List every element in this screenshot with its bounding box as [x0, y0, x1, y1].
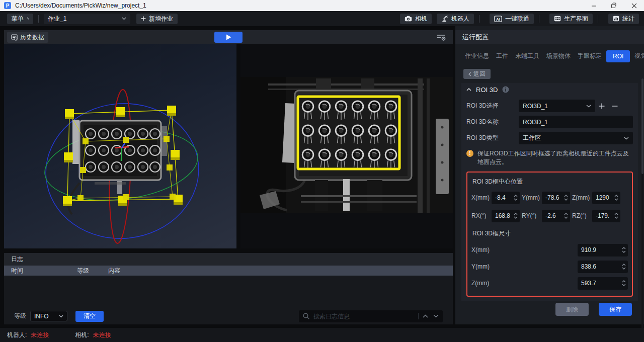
- y-mm-stepper[interactable]: [563, 195, 569, 201]
- size-z-label: Z(mm): [471, 280, 578, 287]
- z-mm-input[interactable]: 1290: [592, 192, 620, 204]
- size-y-value: 838.6: [581, 263, 596, 270]
- log-title: 日志: [4, 253, 453, 266]
- robot-button[interactable]: 机器人: [437, 14, 474, 24]
- run-config-title: 运行配置: [455, 30, 644, 44]
- clear-log-button[interactable]: 清空: [75, 311, 104, 322]
- size-z-input[interactable]: 593.7: [578, 277, 628, 290]
- tab-scene-object[interactable]: 场景物体: [543, 49, 574, 63]
- size-x-input[interactable]: 910.9: [578, 244, 628, 256]
- menu-button[interactable]: 菜单: [7, 14, 33, 24]
- rx-deg-input[interactable]: 168.8: [492, 210, 520, 222]
- panel-actions: 删除 保存: [555, 303, 632, 316]
- tab-workpiece[interactable]: 工件: [493, 49, 512, 63]
- y-mm-input[interactable]: -78.6: [542, 192, 570, 204]
- camera-button[interactable]: 相机: [400, 14, 432, 24]
- play-button[interactable]: [214, 32, 243, 43]
- rx-deg-stepper[interactable]: [513, 213, 519, 219]
- minimize-icon: [591, 3, 597, 9]
- chevron-down-icon: [27, 17, 29, 20]
- camera-2d-viewport[interactable]: [240, 44, 453, 248]
- production-ui-button[interactable]: 生产界面: [549, 14, 593, 24]
- tab-hand-eye-calib[interactable]: 手眼标定: [574, 49, 605, 63]
- spinner-up-icon: [614, 213, 618, 215]
- tab-roi[interactable]: ROI: [606, 50, 630, 62]
- maximize-button[interactable]: [604, 0, 624, 11]
- display-settings-icon[interactable]: [437, 33, 446, 41]
- log-col-time: 时间: [4, 267, 77, 275]
- maximize-icon: [611, 3, 617, 9]
- tab-end-tool[interactable]: 末端工具: [512, 49, 543, 63]
- title-bar: P C:/Users/dex/Documents/PickWiz/new_pro…: [0, 0, 644, 11]
- save-button[interactable]: 保存: [599, 303, 632, 316]
- roi-3d-viewport[interactable]: [4, 44, 236, 248]
- log-table-header: 时间 等级 内容: [4, 266, 453, 276]
- robot-label: 机器人: [451, 15, 469, 23]
- roi3d-name-input[interactable]: ROI3D_1: [519, 116, 633, 128]
- roi3d-section-header[interactable]: ROI 3D: [461, 83, 638, 96]
- size-y-stepper[interactable]: [621, 264, 627, 270]
- play-icon: [226, 34, 231, 40]
- job-select[interactable]: 作业_1: [44, 14, 130, 24]
- one-key-link-button[interactable]: AI 一键联通: [490, 14, 534, 24]
- ry-deg-label: RY(°): [522, 212, 542, 219]
- roi3d-select-dropdown[interactable]: ROI3D_1: [519, 100, 595, 112]
- roi3d-select-value: ROI3D_1: [523, 103, 548, 110]
- spinner-down-icon: [514, 216, 518, 219]
- window-title: C:/Users/dex/Documents/PickWiz/new_proje…: [15, 2, 146, 9]
- roi3d-size-row-x: X(mm) 910.9: [471, 244, 628, 256]
- ry-deg-input[interactable]: -2.6: [542, 210, 570, 222]
- statistics-button[interactable]: 统计: [608, 14, 639, 24]
- history-data-button[interactable]: 历史数据: [7, 32, 48, 43]
- spinner-up-icon: [622, 264, 626, 266]
- chevron-down-icon: [59, 315, 63, 318]
- info-icon[interactable]: [502, 86, 509, 93]
- roi3d-add-button[interactable]: [595, 103, 608, 109]
- warning-icon: !: [466, 150, 473, 157]
- rz-deg-input[interactable]: -179.: [592, 210, 620, 222]
- x-mm-input[interactable]: -8.4: [492, 192, 520, 204]
- x-mm-stepper[interactable]: [513, 195, 519, 201]
- production-ui-label: 生产界面: [564, 15, 588, 23]
- back-button[interactable]: 返回: [463, 69, 491, 79]
- add-job-button[interactable]: 新增作业: [136, 14, 178, 24]
- roi3d-center-title: ROI 3D框中心位置: [472, 178, 628, 186]
- tab-vision-params[interactable]: 视觉参数: [631, 49, 644, 63]
- roi3d-select-label: ROI 3D选择: [466, 102, 519, 110]
- z-mm-stepper[interactable]: [613, 195, 619, 201]
- viewer-toolbar: 历史数据: [4, 30, 453, 44]
- add-job-label: 新增作业: [149, 15, 173, 23]
- size-z-stepper[interactable]: [621, 280, 627, 286]
- size-x-stepper[interactable]: [621, 247, 627, 253]
- history-data-label: 历史数据: [20, 33, 44, 42]
- size-y-input[interactable]: 838.6: [578, 261, 628, 273]
- roi3d-type-dropdown[interactable]: 工作区: [519, 132, 633, 144]
- spinner-down-icon: [614, 216, 618, 219]
- toolbar-right-group: 相机 机器人 AI 一键联通 生产界面 统计: [395, 14, 639, 24]
- minimize-button[interactable]: [584, 0, 604, 11]
- roi3d-body: ROI 3D选择 ROI3D_1 ROI 3D名称 ROI3D_1 ROI 3D…: [461, 100, 638, 301]
- close-button[interactable]: [624, 0, 644, 11]
- log-controls: 等级 INFO 清空: [4, 308, 453, 324]
- roi3d-remove-button[interactable]: [608, 103, 621, 109]
- ry-deg-stepper[interactable]: [563, 213, 569, 219]
- robot-status-value: 未连接: [31, 331, 49, 339]
- tab-job-info[interactable]: 作业信息: [461, 49, 493, 63]
- log-level-select[interactable]: INFO: [30, 311, 67, 321]
- job-select-value: 作业_1: [48, 15, 66, 23]
- log-level-label: 等级: [14, 312, 26, 320]
- spinner-down-icon: [622, 250, 626, 253]
- spinner-down-icon: [622, 267, 626, 270]
- spinner-up-icon: [564, 213, 568, 215]
- rz-deg-stepper[interactable]: [613, 213, 619, 219]
- log-search-input[interactable]: [313, 313, 414, 320]
- svg-text:AI: AI: [496, 17, 500, 21]
- search-next-icon[interactable]: [433, 314, 439, 318]
- config-tabs: 作业信息 工件 末端工具 场景物体 手眼标定 ROI 视觉参数: [461, 49, 641, 63]
- panel-scrollbar[interactable]: [641, 78, 643, 342]
- delete-button[interactable]: 删除: [555, 303, 589, 316]
- scrollbar-thumb[interactable]: [641, 78, 643, 174]
- search-prev-icon[interactable]: [423, 314, 428, 318]
- statistics-label: 统计: [622, 15, 634, 23]
- y-mm-label: Y(mm): [522, 194, 542, 201]
